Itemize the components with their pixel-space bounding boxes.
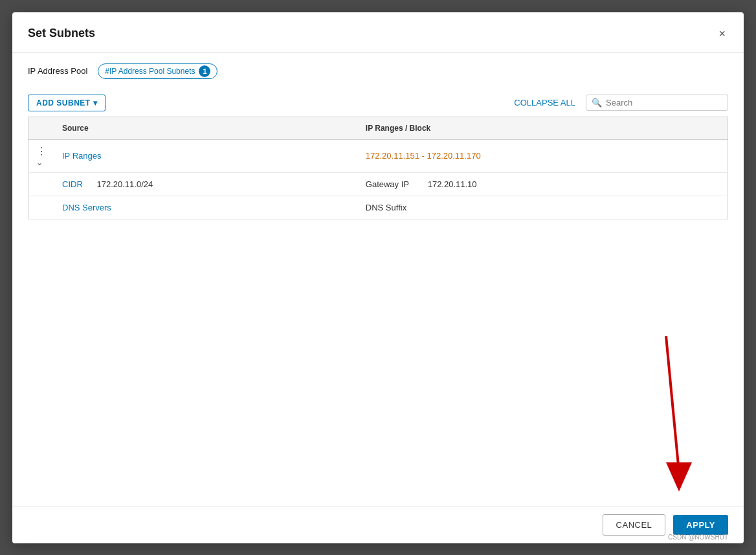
modal-body: IP Address Pool #IP Address Pool Subnets… [12,53,744,506]
ip-pool-row: IP Address Pool #IP Address Pool Subnets… [12,53,744,89]
search-icon: 🔍 [592,98,602,108]
col-iprange-header: IP Ranges / Block [358,117,728,139]
ip-pool-label: IP Address Pool [28,66,87,76]
drag-handle-icon[interactable]: ⋮ [36,146,47,157]
subnets-table: Source IP Ranges / Block ⋮ ⌄ IP [28,117,728,220]
cancel-button[interactable]: CANCEL [603,514,666,536]
row-actions-empty2 [28,196,55,219]
modal-footer: CANCEL APPLY CSDN @NOWSHUT [12,506,744,543]
expand-button[interactable]: ⌄ [36,158,43,167]
table-row: ⋮ ⌄ IP Ranges 172.20.11.151 - 172.20.11.… [28,139,728,172]
ip-range-value: 172.20.11.151 - 172.20.11.170 [366,151,481,161]
set-subnets-modal: Set Subnets × IP Address Pool #IP Addres… [12,12,744,543]
cidr-cell: CIDR 172.20.11.0/24 [54,172,358,196]
gateway-cell: Gateway IP 172.20.11.10 [358,172,728,196]
search-input[interactable] [606,98,722,108]
modal-overlay: Set Subnets × IP Address Pool #IP Addres… [0,0,756,555]
col-source-header: Source [54,117,358,139]
close-button[interactable]: × [716,25,728,42]
toolbar-row: ADD SUBNET ▾ COLLAPSE ALL 🔍 [12,89,744,117]
row-actions: ⋮ ⌄ [28,139,55,172]
row-actions-empty [28,172,55,196]
add-subnet-button[interactable]: ADD SUBNET ▾ [28,95,106,111]
dns-suffix-cell: DNS Suffix [358,196,728,219]
iprange-cell: 172.20.11.151 - 172.20.11.170 [358,139,728,172]
dns-suffix-label: DNS Suffix [366,203,406,212]
ip-pool-tag[interactable]: #IP Address Pool Subnets 1 [98,63,217,79]
cidr-value: 172.20.11.0/24 [96,179,153,189]
table-header-row: Source IP Ranges / Block [28,117,728,139]
collapse-all-button[interactable]: COLLAPSE ALL [514,98,575,108]
cidr-label[interactable]: CIDR [62,179,83,189]
source-link[interactable]: IP Ranges [62,151,101,161]
ip-pool-badge: 1 [199,65,210,77]
modal-title: Set Subnets [28,27,95,40]
source-cell: IP Ranges [54,139,358,172]
dns-servers-label[interactable]: DNS Servers [62,203,111,212]
table-container: Source IP Ranges / Block ⋮ ⌄ IP [12,117,744,311]
gateway-label: Gateway IP [366,179,409,189]
gateway-value: 172.20.11.10 [428,179,477,189]
ip-pool-tag-text: #IP Address Pool Subnets [105,67,195,76]
modal-header: Set Subnets × [12,12,744,53]
empty-area [12,311,744,506]
search-box: 🔍 [586,95,728,111]
table-row: DNS Servers DNS Suffix [28,196,728,219]
table-row: CIDR 172.20.11.0/24 Gateway IP 172.20.11… [28,172,728,196]
toolbar-right: COLLAPSE ALL 🔍 [514,95,728,111]
dns-servers-cell: DNS Servers [54,196,358,219]
apply-button[interactable]: APPLY [673,515,728,535]
col-actions-header [28,117,55,139]
watermark: CSDN @NOWSHUT [668,534,728,541]
